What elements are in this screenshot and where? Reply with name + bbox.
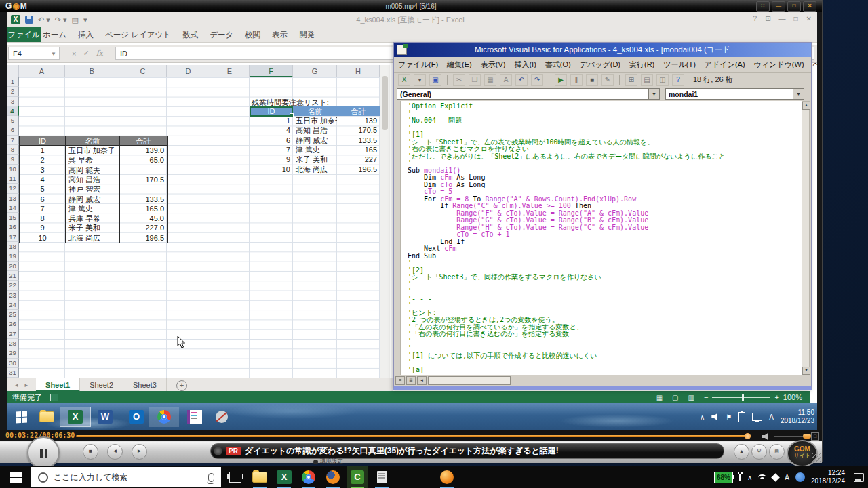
vba-menu-3[interactable]: 表示(V) xyxy=(481,60,506,70)
table-cell[interactable]: 227 xyxy=(337,155,380,164)
vba-menu-2[interactable]: 編集(E) xyxy=(447,60,472,70)
row-header-23[interactable]: 23 xyxy=(7,291,19,300)
split-full-view-icon[interactable]: ≡ xyxy=(395,376,405,385)
row-header-31[interactable]: 31 xyxy=(7,368,19,378)
row-header-22[interactable]: 22 xyxy=(7,281,19,290)
view-page-layout-icon[interactable]: ▢ xyxy=(672,394,678,401)
row-header-18[interactable]: 18 xyxy=(7,242,19,251)
save-icon[interactable] xyxy=(25,16,33,24)
recorded-chrome-button[interactable] xyxy=(149,407,179,427)
seek-bar[interactable] xyxy=(76,435,751,437)
taskbar-firefox-button[interactable] xyxy=(323,466,343,488)
table-cell[interactable]: 津 篤史 xyxy=(293,145,337,155)
eject-button[interactable]: ▲ xyxy=(734,444,749,460)
ribbon-tab-4[interactable]: 数式 xyxy=(182,30,198,40)
ribbon-tab-2[interactable]: 挿入 xyxy=(78,30,94,40)
table-cell[interactable]: 227.0 xyxy=(120,223,167,232)
column-header-C[interactable]: C xyxy=(119,65,167,77)
table-cell[interactable]: 静岡 威宏 xyxy=(293,136,337,145)
mic-button[interactable]: Ψ xyxy=(751,444,767,460)
table-cell[interactable]: 10 xyxy=(250,165,293,174)
row-header-14[interactable]: 14 xyxy=(7,203,19,213)
zoom-out-icon[interactable]: − xyxy=(704,393,708,401)
dropbox-icon[interactable] xyxy=(771,473,780,482)
recorded-clock[interactable]: 11:50 2018/12/23 xyxy=(781,409,814,425)
table-cell[interactable]: 139.0 xyxy=(120,146,167,155)
seek-options-button[interactable]: □ xyxy=(811,432,819,441)
table-cell[interactable]: 133.5 xyxy=(337,136,380,145)
recorded-explorer-button[interactable] xyxy=(35,407,58,427)
table-header-cell[interactable]: ID xyxy=(20,136,66,146)
ribbon-tab-file[interactable]: ファイル xyxy=(7,27,41,42)
table-cell[interactable]: 5 xyxy=(20,184,66,194)
zoom-slider[interactable] xyxy=(712,397,770,398)
column-header-D[interactable]: D xyxy=(167,65,210,77)
row-header-6[interactable]: 6 xyxy=(7,125,19,135)
notification-center-icon[interactable] xyxy=(854,473,864,482)
ad-banner[interactable]: PR ダイエットの常識が変わる!?矢口真里(35)が行ったダイエット方法が楽すぎ… xyxy=(210,443,724,459)
table-header-cell[interactable]: 合計 xyxy=(337,106,380,116)
row-header-16[interactable]: 16 xyxy=(7,222,19,232)
maximize-button[interactable]: □ xyxy=(787,1,801,12)
paste-icon[interactable]: ▦ xyxy=(484,74,496,86)
view-normal-icon[interactable]: ▦ xyxy=(656,394,663,401)
table-cell[interactable]: 8 xyxy=(20,214,66,223)
taskbar-explorer-button[interactable] xyxy=(250,466,270,488)
tray-expand-icon[interactable]: ∧ xyxy=(700,413,705,421)
battery-icon[interactable] xyxy=(738,412,745,422)
zoom-level-label[interactable]: 100% xyxy=(783,393,802,401)
next-button[interactable]: ► xyxy=(132,444,147,460)
print-preview-icon[interactable]: ▤ xyxy=(72,16,79,24)
insert-function-icon[interactable]: fx xyxy=(96,49,103,58)
design-mode-icon[interactable]: ✎ xyxy=(601,74,614,86)
ime-indicator[interactable]: A xyxy=(785,474,789,481)
flag-icon[interactable]: ⚑ xyxy=(726,413,732,421)
table-cell[interactable]: 2 xyxy=(20,155,66,165)
column-header-B[interactable]: B xyxy=(65,65,119,77)
table-cell[interactable]: 6 xyxy=(20,195,66,204)
video-frame[interactable]: X ↶ ▾ ↷ ▾ ▤ ▾ 4_ks004.xls [互換モード] - Exce… xyxy=(7,12,817,430)
properties-icon[interactable]: ▤ xyxy=(641,74,653,86)
left-data-table[interactable]: ID名前合計1五日市 加奈子139.02呉 早希65.03高岡 範夫-4高知 昌… xyxy=(19,136,168,243)
view-page-break-icon[interactable]: ▥ xyxy=(688,394,694,401)
table-cell[interactable]: - xyxy=(120,165,167,175)
tray-expand-icon[interactable]: ∧ xyxy=(747,474,752,481)
power-plug-icon[interactable] xyxy=(739,474,741,481)
project-explorer-icon[interactable]: ⊞ xyxy=(625,74,637,86)
vba-menu-7[interactable]: 実行(R) xyxy=(629,60,654,70)
taskbar-clock[interactable]: 12:24 2018/12/24 xyxy=(811,469,845,485)
row-header-25[interactable]: 25 xyxy=(7,310,19,319)
name-box[interactable]: F4▼ xyxy=(8,47,60,60)
table-cell[interactable]: 165.0 xyxy=(120,204,167,214)
table-cell[interactable]: - xyxy=(120,184,167,194)
start-button[interactable] xyxy=(0,466,31,488)
insert-object-icon[interactable]: ▾ xyxy=(414,74,426,86)
save-icon[interactable]: ▣ xyxy=(429,74,441,86)
reset-icon[interactable]: ■ xyxy=(586,74,598,86)
vertical-scrollbar[interactable] xyxy=(380,65,390,378)
row-header-17[interactable]: 17 xyxy=(7,232,19,242)
undo-icon[interactable]: ↶ ▾ xyxy=(38,16,50,24)
table-cell[interactable]: 神戸 智宏 xyxy=(66,184,120,194)
vba-horizontal-scrollbar[interactable]: ≡ ≣ ◂ xyxy=(394,375,803,385)
panel-button[interactable]: ∷ xyxy=(756,1,770,12)
table-cell[interactable]: 133.5 xyxy=(120,195,167,204)
table-cell[interactable]: 6 xyxy=(250,136,293,145)
table-cell[interactable]: 9 xyxy=(250,155,293,164)
seek-knob[interactable] xyxy=(745,433,751,439)
sheet-grid[interactable]: ABCDEFGH 1234567891011121314151617181920… xyxy=(7,65,393,378)
row-header-12[interactable]: 12 xyxy=(7,184,19,193)
row-header-29[interactable]: 29 xyxy=(7,348,19,358)
gom-titlebar[interactable]: G◉M m005.mp4 [5/16] ∷—□✕ xyxy=(0,0,822,12)
redo-icon[interactable]: ↷ xyxy=(531,74,543,86)
table-cell[interactable]: 五日市 加奈子 xyxy=(66,146,120,155)
recorded-onenote-button[interactable] xyxy=(184,407,205,427)
table-cell[interactable]: 呉 早希 xyxy=(66,155,120,165)
undo-icon[interactable]: ↶ xyxy=(515,74,528,86)
vba-menu-6[interactable]: デバッグ(D) xyxy=(580,60,620,70)
row-header-27[interactable]: 27 xyxy=(7,329,19,339)
taskbar-gom-button[interactable] xyxy=(437,466,457,488)
row-header-19[interactable]: 19 xyxy=(7,251,19,261)
network-icon[interactable] xyxy=(752,413,762,421)
table-cell[interactable]: 65.0 xyxy=(120,155,167,165)
